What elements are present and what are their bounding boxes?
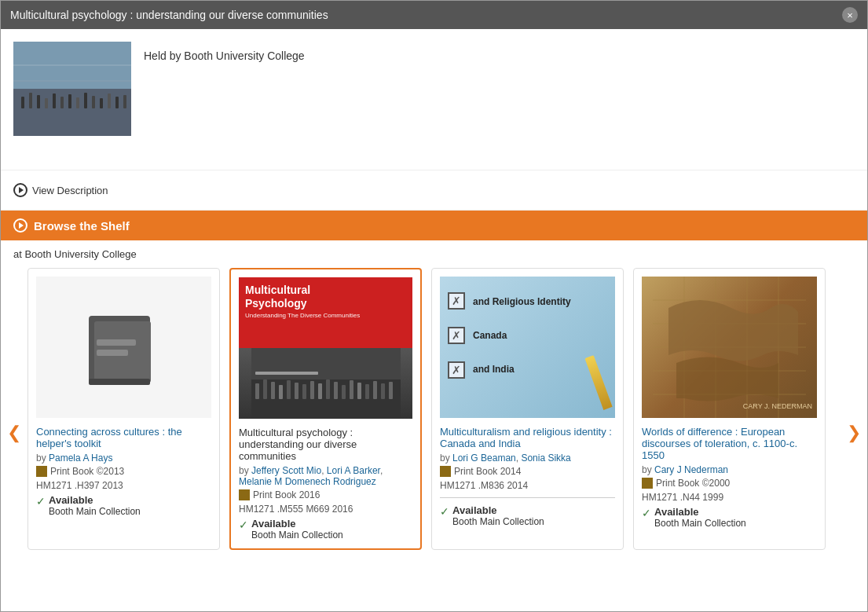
svg-rect-11 bbox=[92, 96, 95, 108]
format-line-1: Print Book ©2013 bbox=[36, 466, 211, 477]
view-description-label: View Description bbox=[32, 185, 108, 196]
book-card-cover-2: MulticulturalPsychology Understanding Th… bbox=[239, 277, 412, 419]
browse-shelf-label: Browse the Shelf bbox=[34, 219, 130, 233]
svg-rect-27 bbox=[271, 382, 275, 399]
book-title-link-3[interactable]: Multiculturalism and religious identity … bbox=[440, 426, 615, 449]
pencil-shape bbox=[584, 355, 612, 410]
svg-rect-14 bbox=[115, 97, 119, 108]
shelf-scroll-container: ❮ Connecting across cultures : bbox=[1, 268, 867, 550]
author-link-2-3[interactable]: Melanie M Domenech Rodriguez bbox=[239, 476, 376, 487]
svg-rect-38 bbox=[357, 383, 361, 399]
author-link-2-1[interactable]: Jeffery Scott Mio bbox=[251, 465, 321, 476]
svg-rect-42 bbox=[389, 382, 393, 399]
format-icon-2 bbox=[239, 489, 250, 500]
book-icon-placeholder-1 bbox=[36, 277, 211, 418]
svg-rect-2 bbox=[21, 97, 24, 108]
held-by-text: Held by Booth University College bbox=[144, 49, 305, 62]
format-text-2: Print Book 2016 bbox=[253, 489, 320, 500]
svg-rect-26 bbox=[263, 379, 267, 399]
book-title-link-1[interactable]: Connecting across cultures : the helper'… bbox=[36, 426, 211, 449]
book-cover-main bbox=[13, 42, 131, 136]
religious-cover: ✗ ✗ ✗ and Religious IdentityCanadaand In… bbox=[440, 277, 615, 418]
svg-rect-12 bbox=[100, 98, 103, 108]
author-link-2-2[interactable]: Lori A Barker bbox=[327, 465, 380, 476]
book-card-1: Connecting across cultures : the helper'… bbox=[27, 268, 220, 550]
checkbox-2: ✗ bbox=[448, 327, 465, 344]
available-label-2: Available bbox=[251, 518, 343, 530]
availability-2: ✓ Available Booth Main Collection bbox=[239, 518, 412, 541]
check-icon-4: ✓ bbox=[642, 507, 651, 519]
collection-text-2: Booth Main Collection bbox=[251, 530, 343, 541]
available-label-4: Available bbox=[654, 506, 746, 518]
format-line-4: Print Book ©2000 bbox=[642, 478, 817, 489]
location-text: at Booth University College bbox=[1, 240, 867, 268]
available-label-3: Available bbox=[452, 504, 544, 516]
modal-title: Multicultural psychology : understanding… bbox=[10, 9, 328, 21]
play-icon bbox=[13, 183, 27, 197]
svg-rect-37 bbox=[350, 380, 353, 399]
book-title-link-4[interactable]: Worlds of difference : European discours… bbox=[642, 426, 817, 461]
book-card-cover-4: CARY J. NEDERMAN bbox=[642, 277, 817, 418]
book-card-2: MulticulturalPsychology Understanding Th… bbox=[229, 268, 422, 550]
book-card-cover-1 bbox=[36, 277, 211, 418]
scroll-left-button[interactable]: ❮ bbox=[4, 423, 24, 443]
browse-shelf-bar: Browse the Shelf bbox=[1, 211, 867, 240]
cover-crowd-2 bbox=[239, 348, 412, 419]
svg-rect-39 bbox=[365, 384, 369, 399]
modal-titlebar: Multicultural psychology : understanding… bbox=[1, 1, 867, 29]
format-icon-1 bbox=[36, 466, 47, 477]
availability-info-2: Available Booth Main Collection bbox=[251, 518, 343, 541]
book-card-cover-3: ✗ ✗ ✗ and Religious IdentityCanadaand In… bbox=[440, 277, 615, 418]
modal-container: Multicultural psychology : understanding… bbox=[0, 0, 868, 612]
svg-rect-10 bbox=[84, 93, 87, 108]
main-book-cover-image bbox=[13, 42, 131, 136]
author-line-4: by Cary J Nederman bbox=[642, 464, 817, 475]
view-description-button[interactable]: View Description bbox=[13, 180, 108, 200]
book-header-info: Held by Booth University College bbox=[144, 42, 305, 157]
format-line-2: Print Book 2016 bbox=[239, 489, 412, 500]
svg-rect-40 bbox=[373, 381, 377, 399]
collection-text-3: Booth Main Collection bbox=[452, 516, 544, 527]
svg-rect-34 bbox=[326, 379, 330, 399]
call-number-2: HM1271 .M555 M669 2016 bbox=[239, 504, 412, 515]
multicultural-cover: MulticulturalPsychology Understanding Th… bbox=[239, 277, 412, 419]
author-link-3-1[interactable]: Lori G Beaman bbox=[452, 453, 516, 464]
format-icon-3 bbox=[440, 466, 451, 477]
format-icon-4 bbox=[642, 478, 653, 489]
availability-info-4: Available Booth Main Collection bbox=[654, 506, 746, 529]
availability-4: ✓ Available Booth Main Collection bbox=[642, 506, 817, 529]
format-text-3: Print Book 2014 bbox=[454, 466, 521, 477]
check-icon-1: ✓ bbox=[36, 495, 46, 508]
author-link-3-2[interactable]: Sonia Sikka bbox=[521, 453, 570, 464]
available-label-1: Available bbox=[49, 494, 141, 506]
cover-title-2: MulticulturalPsychology bbox=[245, 284, 406, 310]
svg-rect-33 bbox=[318, 383, 322, 399]
svg-rect-9 bbox=[76, 97, 79, 108]
religious-cover-text: and Religious IdentityCanadaand India bbox=[473, 294, 571, 379]
svg-rect-28 bbox=[279, 385, 283, 399]
author-line-2: by Jeffery Scott Mio, Lori A Barker, Mel… bbox=[239, 465, 412, 487]
author-link-4-1[interactable]: Cary J Nederman bbox=[654, 464, 728, 475]
svg-rect-4 bbox=[37, 95, 40, 108]
collection-text-4: Booth Main Collection bbox=[654, 518, 746, 529]
modal-close-button[interactable]: × bbox=[842, 7, 858, 23]
availability-info-1: Available Booth Main Collection bbox=[49, 494, 141, 517]
svg-rect-31 bbox=[302, 384, 306, 399]
svg-rect-29 bbox=[287, 380, 291, 399]
worlds-cover: CARY J. NEDERMAN bbox=[642, 277, 817, 418]
svg-rect-32 bbox=[310, 381, 314, 399]
book-card-3: ✗ ✗ ✗ and Religious IdentityCanadaand In… bbox=[431, 268, 624, 550]
scroll-right-button[interactable]: ❯ bbox=[844, 423, 864, 443]
svg-rect-13 bbox=[108, 93, 111, 108]
svg-rect-5 bbox=[45, 98, 48, 108]
svg-rect-41 bbox=[381, 383, 385, 399]
author-link-1-1[interactable]: Pamela A Hays bbox=[49, 453, 112, 464]
svg-rect-21 bbox=[97, 350, 128, 356]
svg-rect-20 bbox=[97, 339, 136, 346]
availability-3: ✓ Available Booth Main Collection bbox=[440, 504, 615, 527]
view-description-section: View Description bbox=[1, 170, 867, 211]
availability-1: ✓ Available Booth Main Collection bbox=[36, 494, 211, 517]
book-card-4: CARY J. NEDERMAN Worlds of difference : … bbox=[633, 268, 826, 550]
worlds-cover-author: CARY J. NEDERMAN bbox=[743, 402, 812, 412]
call-number-4: HM1271 .N44 1999 bbox=[642, 492, 817, 503]
